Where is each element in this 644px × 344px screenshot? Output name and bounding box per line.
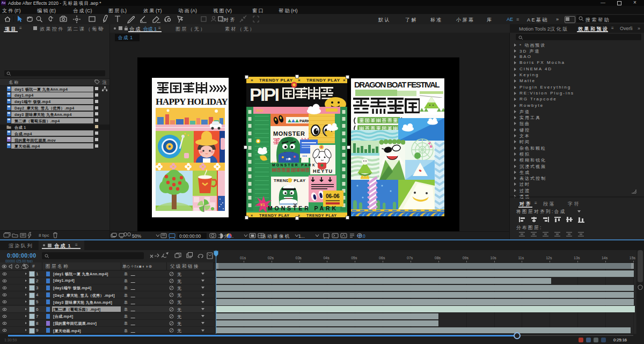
svg-text:¥1: ¥1 <box>260 202 265 207</box>
svg-text:HAPPY HOLIDAY: HAPPY HOLIDAY <box>156 96 228 107</box>
svg-text:2022: 2022 <box>256 109 264 112</box>
svg-text:MONSTER PARK: MONSTER PARK <box>268 205 338 211</box>
svg-text:×: × <box>298 78 301 83</box>
svg-text:HEYTU: HEYTU <box>313 169 333 174</box>
svg-text:TRENDY PLAY: TRENDY PLAY <box>306 78 340 83</box>
svg-text:TRENDY PLAY: TRENDY PLAY <box>259 214 289 217</box>
svg-text:PIPI: PIPI <box>250 84 280 105</box>
svg-text:TRENDY PLAY: TRENDY PLAY <box>306 214 336 217</box>
svg-text:PIPI: PIPI <box>286 158 291 161</box>
svg-text:06-06: 06-06 <box>326 193 340 199</box>
svg-text:×: × <box>251 214 253 217</box>
svg-text:TRENDY PLAY: TRENDY PLAY <box>259 78 293 83</box>
svg-text:PARK: PARK <box>299 119 310 123</box>
svg-text:●●●: ●●● <box>302 154 307 157</box>
svg-text:● ● ●: ● ● ● <box>272 160 277 163</box>
svg-text:DRAGON BOAT FESTIVAL: DRAGON BOAT FESTIVAL <box>354 80 440 89</box>
svg-text:×: × <box>251 78 253 83</box>
svg-text:MONSTER PARK: MONSTER PARK <box>272 163 316 167</box>
svg-text:MONSTER: MONSTER <box>273 130 306 137</box>
